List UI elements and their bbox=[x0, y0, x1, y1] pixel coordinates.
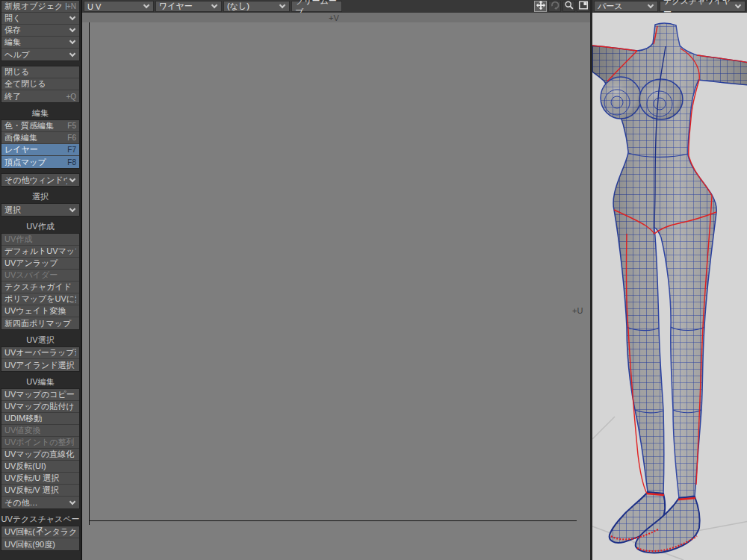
view-mode-dropdown[interactable]: パース bbox=[594, 1, 658, 12]
section-header-uv-texture-space: UVテクスチャスペース bbox=[0, 514, 81, 524]
move-icon bbox=[536, 0, 546, 13]
menu-item-uv-rotate-interactive[interactable]: UV回転(インタラクティブ) bbox=[1, 526, 79, 538]
menu-item-save[interactable]: 保存 bbox=[1, 25, 79, 37]
chevron-down-icon bbox=[735, 2, 741, 8]
app-window: 新規オブジェクト +N 開く 保存 編集 ヘルプ 閉じる bbox=[0, 0, 747, 560]
uv-create-group: UV作成 デフォルトUVマップ設定 UVアンラップ UVスパイダー テクスチャガ… bbox=[1, 233, 80, 330]
menu-label: 新規オブジェクト bbox=[4, 1, 66, 12]
menu-label: UVスパイダー bbox=[4, 270, 76, 281]
menu-item-new-quad-polymap[interactable]: 新四面ポリマップ bbox=[1, 317, 79, 329]
dropdown-label: ワイヤー bbox=[159, 1, 209, 12]
menu-item-uv-weight-convert[interactable]: UVウェイト変換 bbox=[1, 305, 79, 317]
menu-item-quit[interactable]: 終了 +Q bbox=[1, 90, 79, 102]
u-axis-line bbox=[89, 520, 577, 521]
menu-label: レイヤー bbox=[4, 144, 67, 155]
shortcut-label: F5 bbox=[67, 120, 76, 131]
menu-item-image-edit[interactable]: 画像編集 F6 bbox=[1, 132, 79, 144]
freemove-button[interactable]: フリームーブ bbox=[291, 1, 342, 12]
menu-label: ポリマップをUVに変換 bbox=[4, 293, 76, 305]
menu-item-texture-guide[interactable]: テクスチャガイド bbox=[1, 281, 79, 293]
uv-toolbar: U V ワイヤー (なし) フリームーブ bbox=[82, 0, 590, 13]
rotate-icon bbox=[550, 0, 560, 13]
menu-item-uv-flip-v-select[interactable]: UV反転/V 選択 bbox=[1, 485, 79, 497]
menu-item-edit[interactable]: 編集 bbox=[1, 37, 79, 49]
chevron-down-icon bbox=[69, 498, 75, 504]
menu-item-close[interactable]: 閉じる bbox=[1, 66, 79, 78]
chevron-down-icon bbox=[211, 2, 217, 8]
viewport-3d[interactable] bbox=[592, 13, 747, 560]
menu-label: UV反転/U 選択 bbox=[4, 473, 76, 484]
chevron-down-icon bbox=[143, 2, 149, 8]
menu-label: 終了 bbox=[4, 91, 66, 102]
file-menu-group: 新規オブジェクト +N 開く 保存 編集 ヘルプ bbox=[1, 0, 80, 61]
wireframe-body-model bbox=[592, 13, 747, 560]
view3d-header: パース テクスチャワイヤー bbox=[592, 0, 747, 13]
menu-label: その他ウィンドウ bbox=[4, 175, 67, 186]
display-mode-dropdown[interactable]: テクスチャワイヤー bbox=[660, 1, 746, 12]
chevron-down-icon bbox=[69, 205, 75, 211]
menu-item-uv-overlap-select[interactable]: UVオーバーラップ選択 bbox=[1, 347, 79, 359]
u-axis-label: +U bbox=[572, 306, 583, 315]
wire-display-dropdown[interactable]: ワイヤー bbox=[155, 1, 222, 12]
menu-item-uv-island-select[interactable]: UVアイランド選択 bbox=[1, 359, 79, 371]
other-windows-group: その他ウィンドウ bbox=[1, 173, 80, 187]
menu-item-uvmap-copy[interactable]: UVマップのコピー bbox=[1, 389, 79, 401]
menu-label: UV反転/V 選択 bbox=[4, 485, 76, 496]
move-view-button[interactable] bbox=[534, 1, 547, 12]
menu-item-uv-unwrap[interactable]: UVアンラップ bbox=[1, 258, 79, 270]
section-header-edit: 編集 bbox=[0, 108, 81, 118]
edit-group: 色・質感編集 F5 画像編集 F6 レイヤー F7 頂点マップ F8 bbox=[1, 119, 80, 169]
uv-texture-space-group: UV回転(インタラクティブ) UV回転(90度) bbox=[1, 526, 80, 551]
fit-page-icon bbox=[578, 0, 589, 13]
menu-item-close-all[interactable]: 全て閉じる bbox=[1, 78, 79, 90]
menu-item-layer[interactable]: レイヤー F7 bbox=[1, 144, 79, 156]
zoom-view-button[interactable] bbox=[562, 1, 575, 12]
menu-label: UV作成 bbox=[4, 234, 76, 245]
menu-item-vertex-map[interactable]: 頂点マップ F8 bbox=[1, 156, 79, 168]
menu-label: UVマップのコピー bbox=[4, 389, 76, 400]
menu-item-uv-create: UV作成 bbox=[1, 234, 79, 246]
fit-view-button[interactable] bbox=[577, 1, 589, 12]
menu-label: 頂点マップ bbox=[4, 157, 67, 168]
chevron-down-icon bbox=[69, 38, 75, 44]
section-header-uv-select: UV選択 bbox=[0, 335, 81, 345]
menu-label: 開く bbox=[4, 13, 67, 24]
menu-item-uv-others[interactable]: その他… bbox=[1, 497, 79, 508]
select-group: 選択 bbox=[1, 203, 80, 217]
v-axis-label: +V bbox=[329, 13, 339, 22]
uv-editor-panel: U V ワイヤー (なし) フリームーブ bbox=[82, 0, 590, 560]
menu-item-uvmap-paste[interactable]: UVマップの貼付け bbox=[1, 401, 79, 413]
menu-label: その他… bbox=[4, 497, 67, 508]
menu-label: UDIM移動 bbox=[4, 413, 76, 424]
uv-mode-dropdown[interactable]: U V bbox=[84, 1, 154, 12]
menu-item-select[interactable]: 選択 bbox=[1, 204, 79, 216]
menu-item-open[interactable]: 開く bbox=[1, 13, 79, 25]
menu-item-uv-spider: UVスパイダー bbox=[1, 270, 79, 281]
chevron-down-icon bbox=[69, 26, 75, 32]
menu-label: UV反転(UI) bbox=[4, 461, 76, 472]
chevron-down-icon bbox=[69, 175, 75, 181]
menu-item-udim-move[interactable]: UDIM移動 bbox=[1, 413, 79, 425]
menu-item-uv-value-convert: UV値変換 bbox=[1, 425, 79, 437]
menu-item-new-object[interactable]: 新規オブジェクト +N bbox=[1, 1, 79, 13]
menu-item-other-windows[interactable]: その他ウィンドウ bbox=[1, 174, 79, 186]
menu-item-default-uvmap-settings[interactable]: デフォルトUVマップ設定 bbox=[1, 246, 79, 258]
rotate-view-button[interactable] bbox=[548, 1, 561, 12]
chevron-down-icon bbox=[69, 14, 75, 20]
menu-item-polymap-to-uv[interactable]: ポリマップをUVに変換 bbox=[1, 293, 79, 305]
menu-label: 新四面ポリマップ bbox=[4, 318, 76, 329]
menu-item-uv-rotate-90[interactable]: UV回転(90度) bbox=[1, 538, 79, 550]
menu-item-uv-flip-ui[interactable]: UV反転(UI) bbox=[1, 461, 79, 473]
menu-label: UV回転(90度) bbox=[4, 539, 76, 550]
chevron-down-icon bbox=[648, 2, 654, 8]
menu-item-uvmap-straighten[interactable]: UVマップの直線化 bbox=[1, 449, 79, 461]
texture-dropdown[interactable]: (なし) bbox=[223, 1, 290, 12]
menu-item-help[interactable]: ヘルプ bbox=[1, 49, 79, 60]
menu-item-uv-flip-u-select[interactable]: UV反転/U 選択 bbox=[1, 473, 79, 485]
menu-item-color-material-edit[interactable]: 色・質感編集 F5 bbox=[1, 120, 79, 132]
menu-label: UVアイランド選択 bbox=[4, 360, 76, 371]
menu-label: 保存 bbox=[4, 25, 67, 36]
uv-canvas[interactable]: +V +U bbox=[82, 13, 590, 560]
menu-label: UVマップの直線化 bbox=[4, 449, 76, 460]
shortcut-label: F7 bbox=[67, 144, 76, 155]
